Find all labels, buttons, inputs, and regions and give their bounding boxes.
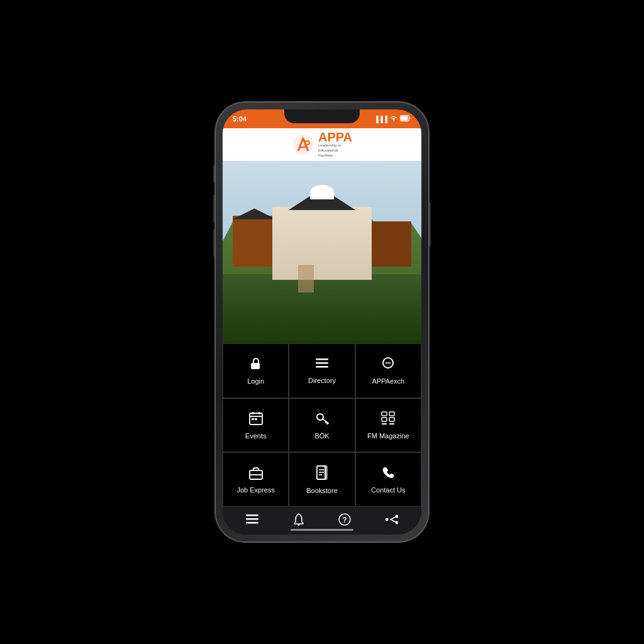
appaexch-label: APPAexch bbox=[372, 377, 404, 385]
logo-subtitle: Leadership in Educational Facilities bbox=[318, 143, 352, 158]
svg-rect-25 bbox=[382, 423, 387, 425]
directory-label: Directory bbox=[308, 377, 336, 384]
menu-item-bok[interactable]: BOK bbox=[289, 398, 355, 453]
svg-point-10 bbox=[389, 362, 391, 364]
briefcase-icon bbox=[248, 466, 264, 482]
status-icons: ▐▐▐ bbox=[374, 115, 411, 123]
tab-share-icon[interactable] bbox=[386, 514, 398, 528]
calendar-icon bbox=[248, 411, 264, 428]
menu-grid: Login Directory bbox=[223, 343, 421, 507]
logo-area: APPA Leadership in Educational Facilitie… bbox=[292, 131, 352, 158]
events-label: Events bbox=[245, 432, 267, 440]
tab-notifications-icon[interactable] bbox=[293, 513, 304, 529]
building-left bbox=[233, 216, 277, 267]
cupola bbox=[310, 185, 334, 199]
status-time: 5:04 bbox=[233, 115, 247, 123]
battery-icon bbox=[400, 115, 411, 123]
header-bar: APPA Leadership in Educational Facilitie… bbox=[223, 128, 421, 161]
campus-photo bbox=[223, 161, 421, 343]
power-button bbox=[429, 203, 431, 247]
building-main bbox=[272, 207, 372, 280]
wifi-icon bbox=[390, 115, 397, 123]
appa-logo-icon bbox=[292, 133, 314, 156]
contact-us-label: Contact Us bbox=[371, 486, 405, 494]
logo-main-text: APPA bbox=[318, 131, 352, 143]
svg-rect-15 bbox=[252, 418, 254, 420]
building-right bbox=[372, 221, 411, 267]
book-icon bbox=[315, 465, 329, 483]
grid-icon bbox=[380, 411, 396, 428]
tab-help-icon[interactable]: ? bbox=[338, 513, 351, 529]
fm-magazine-label: FM Magazine bbox=[367, 432, 409, 440]
svg-rect-35 bbox=[246, 518, 258, 520]
svg-rect-5 bbox=[316, 362, 328, 364]
svg-rect-34 bbox=[246, 514, 258, 516]
chat-icon bbox=[380, 356, 396, 374]
menu-item-contact-us[interactable]: Contact Us bbox=[355, 452, 421, 507]
svg-rect-4 bbox=[316, 358, 328, 360]
svg-point-8 bbox=[386, 362, 387, 364]
svg-rect-3 bbox=[251, 363, 260, 369]
svg-rect-21 bbox=[382, 412, 387, 416]
svg-text:?: ? bbox=[343, 515, 347, 524]
bookstore-label: Bookstore bbox=[306, 487, 338, 494]
svg-rect-1 bbox=[401, 116, 408, 121]
svg-rect-26 bbox=[389, 423, 394, 425]
menu-item-directory[interactable]: Directory bbox=[289, 343, 355, 398]
bok-label: BOK bbox=[314, 432, 329, 440]
signal-icon: ▐▐▐ bbox=[374, 116, 387, 123]
key-icon bbox=[314, 411, 330, 428]
menu-item-appaexch[interactable]: APPAexch bbox=[355, 343, 421, 398]
notch bbox=[284, 109, 360, 123]
lock-icon bbox=[248, 356, 264, 374]
campus-simulation bbox=[223, 161, 421, 343]
svg-rect-36 bbox=[246, 522, 258, 524]
login-label: Login bbox=[247, 377, 264, 385]
svg-rect-22 bbox=[389, 412, 394, 416]
svg-point-42 bbox=[386, 518, 389, 521]
svg-rect-16 bbox=[255, 418, 257, 420]
home-indicator bbox=[291, 529, 353, 531]
grass-layer bbox=[223, 274, 421, 343]
svg-rect-24 bbox=[389, 418, 394, 421]
phone-device: 5:04 ▐▐▐ bbox=[215, 102, 429, 542]
menu-item-bookstore[interactable]: Bookstore bbox=[289, 452, 355, 507]
svg-rect-23 bbox=[382, 418, 387, 421]
phone-icon bbox=[381, 466, 395, 482]
campus-path bbox=[298, 265, 314, 292]
phone-screen: 5:04 ▐▐▐ bbox=[223, 109, 421, 535]
svg-point-37 bbox=[297, 524, 299, 526]
list-icon bbox=[314, 357, 330, 373]
tab-menu-icon[interactable] bbox=[246, 514, 258, 528]
svg-rect-6 bbox=[316, 366, 328, 368]
menu-item-login[interactable]: Login bbox=[223, 343, 289, 398]
menu-item-job-express[interactable]: Job Express bbox=[223, 452, 289, 507]
job-express-label: Job Express bbox=[236, 486, 275, 494]
svg-point-9 bbox=[387, 362, 389, 364]
logo-text-group: APPA Leadership in Educational Facilitie… bbox=[318, 131, 352, 158]
menu-item-events[interactable]: Events bbox=[223, 398, 289, 453]
menu-item-fm-magazine[interactable]: FM Magazine bbox=[355, 398, 421, 453]
